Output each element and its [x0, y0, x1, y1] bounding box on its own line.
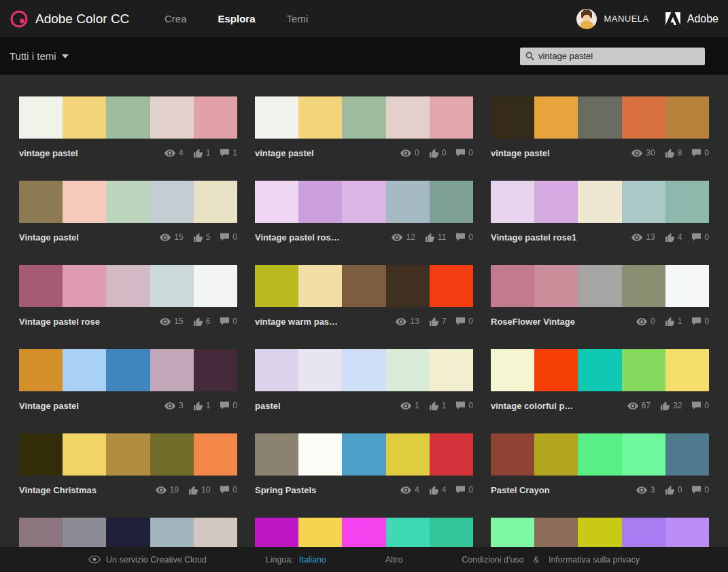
color-swatch[interactable] — [578, 433, 621, 476]
color-swatch[interactable] — [578, 265, 621, 307]
color-swatch[interactable] — [106, 433, 150, 476]
user-name[interactable]: MANUELA — [604, 14, 648, 24]
color-swatch[interactable] — [106, 349, 150, 391]
color-swatch[interactable] — [578, 349, 621, 391]
color-swatch[interactable] — [63, 349, 106, 391]
color-swatch[interactable] — [622, 96, 665, 139]
color-swatch[interactable] — [622, 181, 665, 223]
color-swatch[interactable] — [430, 181, 473, 223]
color-swatch[interactable] — [194, 96, 237, 139]
color-swatch[interactable] — [194, 181, 237, 223]
color-swatch[interactable] — [491, 349, 534, 391]
nav-temi[interactable]: Temi — [287, 13, 309, 24]
color-swatch[interactable] — [386, 265, 430, 307]
color-swatch[interactable] — [194, 433, 237, 476]
color-swatch[interactable] — [665, 433, 709, 476]
palette-strip[interactable] — [255, 433, 473, 476]
theme-name[interactable]: Vintage pastel ros… — [255, 232, 340, 243]
color-swatch[interactable] — [430, 349, 473, 391]
footer-more-link[interactable]: Altro — [385, 555, 403, 565]
color-swatch[interactable] — [578, 96, 621, 139]
color-swatch[interactable] — [194, 349, 237, 391]
color-swatch[interactable] — [491, 433, 534, 476]
palette-strip[interactable] — [255, 181, 473, 223]
palette-strip[interactable] — [19, 433, 237, 476]
palette-strip[interactable] — [491, 349, 709, 391]
color-swatch[interactable] — [342, 433, 385, 476]
color-swatch[interactable] — [430, 433, 473, 476]
color-swatch[interactable] — [491, 265, 534, 307]
color-swatch[interactable] — [63, 433, 106, 476]
theme-name[interactable]: RoseFlower Vintage — [491, 317, 575, 327]
color-swatch[interactable] — [255, 265, 298, 307]
color-swatch[interactable] — [298, 181, 342, 223]
palette-strip[interactable] — [255, 96, 473, 139]
color-swatch[interactable] — [622, 433, 665, 476]
color-swatch[interactable] — [534, 96, 578, 139]
brand[interactable]: Adobe Color CC — [10, 10, 164, 29]
color-swatch[interactable] — [19, 96, 63, 139]
color-swatch[interactable] — [386, 349, 430, 391]
color-swatch[interactable] — [342, 96, 385, 139]
theme-name[interactable]: Vintage pastel — [19, 401, 79, 411]
color-swatch[interactable] — [534, 349, 578, 391]
color-swatch[interactable] — [255, 349, 298, 391]
color-swatch[interactable] — [491, 96, 534, 139]
color-swatch[interactable] — [298, 96, 342, 139]
nav-esplora[interactable]: Esplora — [218, 13, 256, 24]
color-swatch[interactable] — [150, 265, 194, 307]
adobe-label[interactable]: Adobe — [687, 13, 718, 25]
palette-strip[interactable] — [19, 265, 237, 307]
color-swatch[interactable] — [298, 349, 342, 391]
color-swatch[interactable] — [19, 265, 63, 307]
color-swatch[interactable] — [63, 265, 106, 307]
theme-name[interactable]: vintage colorful p… — [491, 401, 573, 411]
footer-privacy-link[interactable]: Informativa sulla privacy — [549, 555, 640, 565]
color-swatch[interactable] — [106, 96, 150, 139]
color-swatch[interactable] — [150, 181, 194, 223]
theme-name[interactable]: Vintage pastel rose1 — [491, 232, 576, 243]
color-swatch[interactable] — [622, 265, 665, 307]
color-swatch[interactable] — [665, 265, 709, 307]
color-swatch[interactable] — [150, 349, 194, 391]
color-swatch[interactable] — [255, 96, 298, 139]
color-swatch[interactable] — [665, 96, 709, 139]
color-swatch[interactable] — [665, 349, 709, 391]
footer-terms-link[interactable]: Condizioni d'uso — [462, 555, 523, 565]
color-swatch[interactable] — [19, 349, 63, 391]
color-swatch[interactable] — [386, 181, 430, 223]
color-swatch[interactable] — [342, 265, 385, 307]
color-swatch[interactable] — [386, 96, 430, 139]
adobe-logo-icon[interactable] — [665, 12, 680, 25]
palette-strip[interactable] — [491, 181, 709, 223]
palette-strip[interactable] — [19, 181, 237, 223]
themes-filter-dropdown[interactable]: Tutti i temi — [10, 50, 69, 62]
color-swatch[interactable] — [665, 181, 709, 223]
color-swatch[interactable] — [63, 96, 106, 139]
color-swatch[interactable] — [386, 433, 430, 476]
user-avatar[interactable] — [576, 9, 597, 29]
theme-name[interactable]: vintage pastel — [491, 148, 550, 158]
color-swatch[interactable] — [534, 265, 578, 307]
theme-name[interactable]: Vintage pastel — [19, 232, 79, 243]
palette-strip[interactable] — [19, 349, 237, 391]
theme-name[interactable]: Vintage pastel rose — [19, 317, 100, 327]
color-swatch[interactable] — [534, 181, 578, 223]
color-swatch[interactable] — [430, 96, 473, 139]
color-swatch[interactable] — [255, 433, 298, 476]
color-swatch[interactable] — [106, 265, 150, 307]
theme-name[interactable]: vintage pastel — [255, 148, 314, 158]
palette-strip[interactable] — [19, 96, 237, 139]
color-swatch[interactable] — [150, 433, 194, 476]
nav-crea[interactable]: Crea — [164, 13, 187, 24]
color-swatch[interactable] — [491, 181, 534, 223]
color-swatch[interactable] — [298, 433, 342, 476]
theme-name[interactable]: pastel — [255, 401, 281, 411]
color-swatch[interactable] — [194, 265, 237, 307]
color-swatch[interactable] — [106, 181, 150, 223]
theme-name[interactable]: Spring Pastels — [255, 485, 316, 495]
color-swatch[interactable] — [19, 181, 63, 223]
color-swatch[interactable] — [622, 349, 665, 391]
footer-language-value[interactable]: Italiano — [299, 555, 326, 565]
theme-name[interactable]: Vintage Christmas — [19, 485, 97, 495]
